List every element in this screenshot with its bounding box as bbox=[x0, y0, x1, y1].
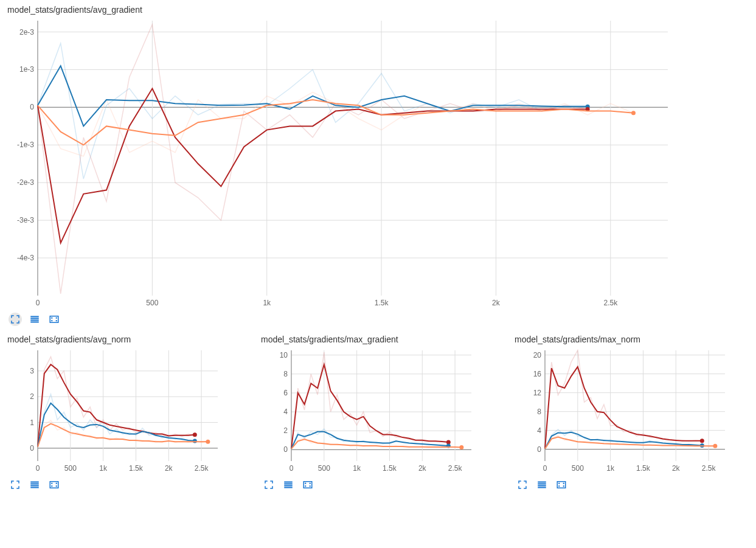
chart-avg-gradient[interactable]: -4e-3-3e-3-2e-3-1e-301e-32e-305001k1.5k2… bbox=[5, 17, 751, 309]
y-tick-label: 1 bbox=[30, 418, 34, 427]
fullscreen-icon[interactable] bbox=[516, 478, 529, 491]
series-red_faint bbox=[38, 24, 588, 294]
x-tick-label: 2k bbox=[492, 299, 501, 307]
y-tick-label: 2 bbox=[30, 392, 34, 401]
panel-title: model_stats/gradients/max_gradient bbox=[261, 335, 498, 344]
chart-toolbar bbox=[262, 478, 498, 491]
series-end-orange bbox=[713, 444, 717, 448]
fullscreen-icon[interactable] bbox=[9, 313, 22, 326]
x-tick-label: 0 bbox=[543, 464, 547, 473]
x-tick-label: 500 bbox=[146, 299, 158, 307]
svg-point-47 bbox=[310, 483, 310, 484]
y-tick-label: 0 bbox=[30, 444, 34, 453]
svg-point-31 bbox=[52, 486, 52, 487]
series-orange_faint bbox=[38, 92, 634, 156]
panel-avg-gradient: model_stats/gradients/avg_gradient -4e-3… bbox=[5, 5, 751, 326]
x-tick-label: 1.5k bbox=[129, 464, 144, 473]
fit-domain-icon[interactable] bbox=[555, 478, 568, 491]
svg-point-63 bbox=[559, 483, 560, 484]
y-tick-label: -2e-3 bbox=[17, 178, 34, 187]
y-tick-label: 6 bbox=[283, 389, 288, 397]
y-tick-label: 4 bbox=[283, 408, 288, 416]
series-blue bbox=[38, 403, 195, 447]
series-red_faint bbox=[545, 350, 702, 449]
y-tick-label: 16 bbox=[533, 370, 542, 378]
chart-toolbar bbox=[9, 478, 244, 491]
svg-rect-62 bbox=[557, 482, 566, 488]
x-tick-label: 0 bbox=[36, 464, 40, 473]
x-tick-label: 1k bbox=[606, 464, 615, 473]
y-tick-label: 2e-3 bbox=[19, 28, 34, 36]
x-tick-label: 2.5k bbox=[195, 464, 209, 473]
y-tick-label: 8 bbox=[283, 370, 288, 378]
panel-title: model_stats/gradients/avg_norm bbox=[7, 335, 244, 344]
svg-rect-45 bbox=[303, 482, 312, 488]
series-red bbox=[38, 364, 195, 446]
series-end-orange bbox=[206, 440, 210, 444]
svg-point-14 bbox=[52, 317, 52, 318]
svg-point-29 bbox=[52, 483, 52, 484]
svg-point-15 bbox=[56, 317, 57, 318]
log-scale-icon[interactable] bbox=[282, 478, 295, 491]
svg-point-46 bbox=[305, 483, 306, 484]
svg-point-49 bbox=[310, 486, 310, 487]
x-tick-label: 1k bbox=[263, 299, 271, 307]
log-scale-icon[interactable] bbox=[535, 478, 549, 491]
panel-max-gradient: model_stats/gradients/max_gradient 02468… bbox=[258, 335, 498, 491]
y-tick-label: 8 bbox=[537, 408, 541, 416]
panel-title: model_stats/gradients/max_norm bbox=[515, 335, 751, 344]
chart-avg-norm[interactable]: 012305001k1.5k2k2.5k bbox=[5, 347, 244, 474]
x-tick-label: 2k bbox=[165, 464, 173, 473]
series-end-blue bbox=[193, 439, 197, 443]
chart-max-norm[interactable]: 04812162005001k1.5k2k2.5k bbox=[512, 347, 751, 474]
chart-max-gradient[interactable]: 024681005001k1.5k2k2.5k bbox=[258, 347, 498, 474]
series-red bbox=[291, 364, 448, 449]
x-tick-label: 2k bbox=[418, 464, 427, 473]
svg-point-48 bbox=[305, 486, 306, 487]
x-tick-label: 0 bbox=[290, 464, 294, 473]
y-tick-label: 20 bbox=[533, 351, 542, 359]
panel-max-norm: model_stats/gradients/max_norm 048121620… bbox=[512, 335, 751, 491]
log-scale-icon[interactable] bbox=[28, 478, 41, 491]
chart-toolbar bbox=[516, 478, 751, 491]
x-tick-label: 1k bbox=[99, 464, 108, 473]
y-tick-label: 10 bbox=[280, 351, 288, 359]
panel-avg-norm: model_stats/gradients/avg_norm 012305001… bbox=[5, 335, 244, 491]
svg-point-64 bbox=[563, 483, 564, 484]
svg-rect-13 bbox=[50, 316, 58, 323]
y-tick-label: 1e-3 bbox=[19, 65, 34, 74]
y-tick-label: 12 bbox=[533, 389, 542, 397]
series-red bbox=[545, 367, 702, 449]
x-tick-label: 1.5k bbox=[375, 299, 389, 307]
series-blue bbox=[38, 66, 588, 126]
x-tick-label: 1k bbox=[353, 464, 361, 473]
log-scale-icon[interactable] bbox=[28, 313, 41, 326]
fit-domain-icon[interactable] bbox=[301, 478, 314, 491]
fit-domain-icon[interactable] bbox=[47, 478, 61, 491]
x-tick-label: 500 bbox=[318, 464, 330, 473]
small-charts-row: model_stats/gradients/avg_norm 012305001… bbox=[5, 335, 751, 500]
x-tick-label: 500 bbox=[64, 464, 77, 473]
svg-point-65 bbox=[559, 486, 560, 487]
series-end-red bbox=[193, 432, 197, 437]
y-tick-label: 2 bbox=[283, 426, 288, 435]
chart-toolbar bbox=[9, 313, 751, 326]
series-red_faint bbox=[38, 357, 195, 447]
series-end-orange bbox=[631, 111, 636, 115]
svg-point-30 bbox=[56, 483, 57, 484]
svg-point-16 bbox=[52, 321, 52, 321]
y-tick-label: 0 bbox=[537, 445, 541, 454]
svg-point-66 bbox=[563, 486, 564, 487]
panel-title: model_stats/gradients/avg_gradient bbox=[7, 5, 751, 15]
svg-rect-28 bbox=[50, 482, 58, 488]
x-tick-label: 1.5k bbox=[383, 464, 397, 473]
x-tick-label: 500 bbox=[572, 464, 584, 473]
series-end-orange bbox=[459, 445, 463, 449]
fit-domain-icon[interactable] bbox=[47, 313, 61, 326]
fullscreen-icon[interactable] bbox=[262, 478, 276, 491]
y-tick-label: -3e-3 bbox=[17, 216, 34, 224]
x-tick-label: 2.5k bbox=[603, 299, 618, 307]
x-tick-label: 2k bbox=[672, 464, 681, 473]
y-tick-label: 0 bbox=[30, 103, 34, 111]
fullscreen-icon[interactable] bbox=[9, 478, 22, 491]
